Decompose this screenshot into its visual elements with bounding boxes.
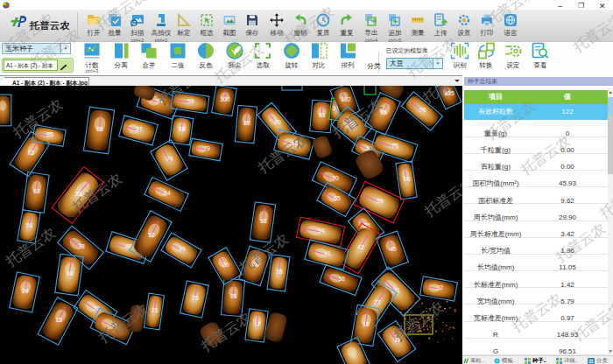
svg-text:79: 79 (203, 145, 210, 151)
svg-text:35: 35 (276, 269, 283, 275)
svg-text:63: 63 (33, 188, 40, 194)
svg-text:17: 17 (254, 321, 261, 327)
svg-text:ctrl+5: ctrl+5 (389, 38, 403, 43)
svg-text:36: 36 (338, 276, 345, 282)
svg-text:扫描: 扫描 (130, 29, 145, 37)
svg-text:设定: 设定 (507, 61, 520, 69)
svg-text:38: 38 (78, 243, 85, 249)
svg-text:高拍仪: 高拍仪 (151, 29, 172, 37)
svg-text:102: 102 (341, 96, 351, 102)
svg-text:45: 45 (390, 246, 397, 252)
svg-text:25: 25 (192, 295, 199, 301)
svg-text:53: 53 (260, 218, 267, 224)
svg-text:74: 74 (166, 156, 173, 162)
svg-text:语言: 语言 (504, 29, 518, 37)
svg-text:反色: 反色 (200, 61, 214, 69)
svg-text:对比: 对比 (313, 61, 326, 69)
svg-text:复原: 复原 (317, 29, 330, 37)
svg-text:41: 41 (324, 250, 331, 256)
svg-text:选取: 选取 (257, 61, 271, 69)
svg-text:52: 52 (148, 232, 155, 238)
svg-text:排列: 排列 (342, 61, 356, 69)
svg-text:合并: 合并 (143, 61, 157, 69)
svg-text:70: 70 (332, 175, 339, 181)
svg-text:设置: 设置 (458, 29, 472, 37)
svg-text:75: 75 (391, 143, 398, 149)
svg-text:96: 96 (419, 107, 426, 113)
svg-text:测量: 测量 (412, 29, 426, 37)
svg-text:87: 87 (136, 126, 143, 132)
svg-text:39: 39 (222, 262, 229, 268)
svg-text:转换: 转换 (479, 61, 494, 69)
svg-text:30: 30 (67, 270, 74, 276)
svg-text:15: 15 (55, 317, 62, 323)
svg-text:73: 73 (27, 150, 34, 156)
svg-text:打开: 打开 (87, 29, 102, 37)
svg-text:追加: 追加 (389, 29, 402, 37)
svg-text:49: 49 (179, 246, 186, 252)
svg-text:86: 86 (96, 126, 103, 132)
svg-text:打印: 打印 (480, 29, 494, 37)
svg-text:99: 99 (187, 98, 194, 104)
svg-text:21: 21 (151, 307, 159, 313)
svg-text:31: 31 (393, 287, 400, 293)
svg-text:24: 24 (22, 288, 29, 294)
svg-text:100: 100 (220, 96, 230, 102)
svg-text:91: 91 (319, 112, 326, 118)
svg-text:标定: 标定 (177, 29, 191, 37)
svg-text:89: 89 (243, 120, 250, 126)
svg-text:识别: 识别 (454, 61, 468, 69)
svg-text:批量: 批量 (109, 29, 123, 37)
svg-text:上传: 上传 (434, 29, 448, 37)
svg-text:65: 65 (334, 195, 341, 201)
svg-text:54: 54 (318, 228, 325, 234)
svg-text:32: 32 (436, 284, 443, 290)
svg-text:撤销: 撤销 (294, 29, 308, 37)
svg-text:截图: 截图 (223, 29, 236, 37)
svg-text:90: 90 (274, 119, 281, 125)
svg-text:27: 27 (374, 299, 381, 305)
svg-text:26: 26 (230, 293, 237, 299)
svg-text:查看: 查看 (534, 61, 548, 69)
svg-text:85: 85 (46, 131, 53, 137)
svg-text:ctrl+4: ctrl+4 (365, 38, 379, 43)
svg-text:胚尖: 胚尖 (229, 61, 243, 69)
svg-text:64: 64 (164, 190, 171, 196)
svg-text:分离: 分离 (115, 61, 129, 69)
svg-text:42: 42 (357, 244, 364, 250)
svg-text:ctrl+3: ctrl+3 (86, 68, 100, 74)
svg-text:ctrl+2: ctrl+2 (131, 38, 145, 43)
svg-text:66: 66 (404, 176, 411, 182)
svg-text:88: 88 (179, 126, 186, 132)
svg-text:59: 59 (377, 198, 384, 204)
svg-text:移动: 移动 (271, 29, 285, 37)
svg-text:导出: 导出 (365, 29, 378, 37)
svg-text:二值: 二值 (172, 61, 186, 69)
svg-text:18: 18 (363, 321, 370, 327)
svg-text:ctrl+1: ctrl+1 (155, 38, 169, 43)
svg-text:51: 51 (26, 222, 33, 228)
svg-text:重复: 重复 (341, 29, 355, 37)
svg-text:框选: 框选 (201, 29, 215, 37)
svg-text:旋转: 旋转 (285, 61, 299, 69)
svg-text:保存: 保存 (246, 29, 260, 37)
